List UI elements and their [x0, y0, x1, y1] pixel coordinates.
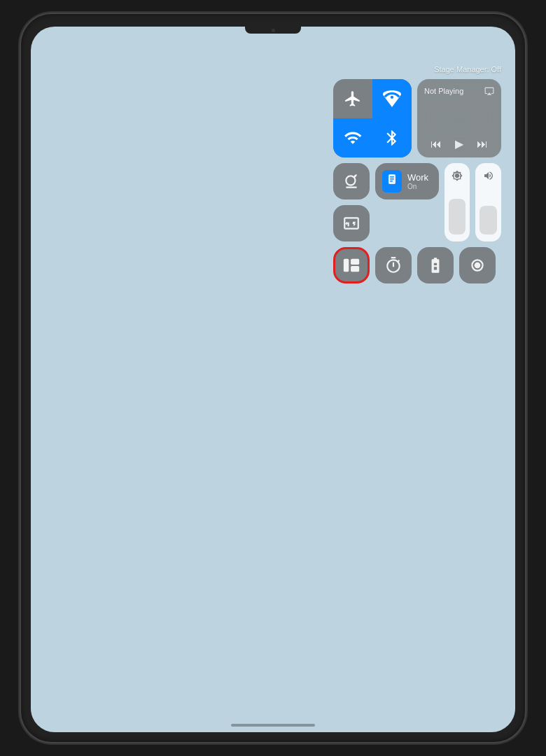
stage-manager-label: Stage Manager: Off — [333, 65, 501, 74]
screen-mirror-button[interactable] — [333, 205, 370, 241]
row-3 — [333, 247, 501, 284]
connectivity-row: Not Playing ⏮ ▶ ⏭ — [333, 79, 501, 158]
volume-slider[interactable] — [475, 163, 501, 241]
stage-manager-icon — [342, 256, 360, 274]
work-sublabel: On — [407, 183, 428, 190]
screen-record-button[interactable] — [459, 247, 496, 284]
next-button[interactable]: ⏭ — [477, 138, 488, 150]
connectivity-block — [333, 79, 412, 158]
svg-point-8 — [475, 262, 481, 269]
play-button[interactable]: ▶ — [455, 137, 463, 150]
volume-icon — [483, 170, 494, 181]
brightness-icon — [451, 170, 463, 181]
svg-rect-2 — [390, 178, 394, 180]
work-profile-button[interactable]: Work On — [375, 163, 439, 200]
svg-rect-3 — [390, 181, 393, 182]
svg-rect-6 — [351, 266, 359, 272]
battery-icon — [426, 256, 444, 274]
lock-orientation-button[interactable] — [333, 163, 370, 200]
work-text: Work On — [407, 172, 428, 190]
ipad-screen: Stage Manager: Off — [31, 27, 515, 732]
stage-manager-button[interactable] — [333, 247, 370, 284]
work-icon — [382, 170, 402, 192]
ipad-frame: Stage Manager: Off — [21, 14, 525, 742]
svg-rect-4 — [344, 259, 349, 272]
camera-dot — [272, 29, 275, 32]
camera-area — [245, 27, 301, 34]
brightness-slider[interactable] — [444, 163, 470, 241]
svg-rect-1 — [390, 176, 394, 178]
timer-icon — [384, 256, 402, 274]
prev-button[interactable]: ⏮ — [430, 138, 442, 150]
wifi-button[interactable] — [333, 118, 372, 158]
row-2: Work On — [333, 163, 501, 241]
bluetooth-button[interactable] — [372, 118, 412, 158]
control-center: Stage Manager: Off — [333, 65, 501, 284]
work-label: Work — [407, 172, 428, 183]
battery-button[interactable] — [417, 247, 454, 284]
now-playing-block: Not Playing ⏮ ▶ ⏭ — [417, 79, 501, 158]
hotspot-button[interactable] — [372, 79, 412, 118]
lock-mirror-col — [333, 163, 370, 241]
svg-rect-5 — [351, 259, 359, 265]
timer-button[interactable] — [375, 247, 412, 284]
airplane-mode-button[interactable] — [333, 79, 372, 118]
screen-record-icon — [468, 256, 486, 274]
airplay-icon — [484, 86, 494, 96]
home-indicator[interactable] — [231, 724, 315, 727]
now-playing-title: Not Playing — [424, 87, 463, 95]
